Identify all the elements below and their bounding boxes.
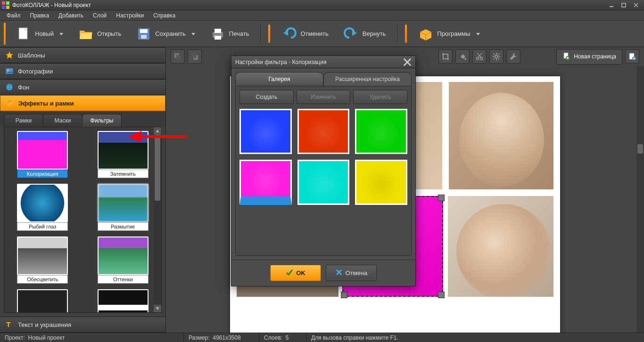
filter-hues[interactable]: Оттенки (89, 236, 158, 284)
preset-blue[interactable] (239, 109, 292, 154)
filters-scrollbar[interactable] (154, 127, 161, 312)
close-button[interactable] (630, 1, 642, 9)
svg-rect-12 (140, 29, 148, 33)
sidebar-item-effects[interactable]: Эффекты и рамки (0, 95, 165, 111)
dialog-tab-gallery[interactable]: Галерея (235, 72, 323, 86)
menu-settings[interactable]: Настройки (112, 11, 148, 20)
svg-point-41 (480, 57, 483, 60)
svg-line-49 (494, 54, 495, 55)
svg-point-40 (477, 57, 479, 60)
dialog-title-text: Настройки фильтра - Колоризация (235, 59, 326, 65)
canvas-scrollbar[interactable] (636, 66, 644, 333)
filter-darken[interactable]: Затемнить (89, 131, 158, 178)
svg-rect-5 (622, 3, 626, 7)
filter-blur[interactable]: Размытие (89, 184, 158, 231)
tool-wrench[interactable] (506, 49, 520, 64)
dialog-cancel-button[interactable]: Отмена (326, 265, 377, 281)
scroll-down-icon[interactable] (154, 305, 161, 312)
filters-panel: Колоризация Затемнить Рыбий глаз Размыти… (4, 127, 162, 313)
menu-add[interactable]: Добавить (55, 11, 87, 20)
sidebar-item-background[interactable]: Фон (0, 79, 165, 95)
tab-frames[interactable]: Рамки (4, 114, 43, 127)
preset-create-button[interactable]: Создать (239, 90, 294, 104)
check-icon (286, 269, 293, 277)
preset-cyan[interactable] (297, 160, 350, 205)
minimize-button[interactable] (605, 1, 618, 9)
menu-layer[interactable]: Слой (89, 11, 110, 20)
menu-help[interactable]: Справка (149, 11, 179, 20)
save-icon (136, 26, 151, 41)
svg-marker-22 (6, 52, 13, 59)
photo-slot-5[interactable] (448, 196, 553, 297)
text-icon: T (5, 320, 14, 329)
sidebar-item-text[interactable]: T Текст и украшения (0, 317, 165, 333)
tab-filters[interactable]: Фильтры (82, 114, 122, 127)
preset-delete-button[interactable]: Удалить (353, 90, 407, 104)
preset-magenta[interactable] (239, 160, 292, 205)
main-toolbar: Новый Открыть Сохранить Печать Отменить … (0, 21, 644, 47)
preset-yellow[interactable] (355, 160, 407, 205)
tool-crop[interactable] (438, 49, 453, 64)
photo-icon (5, 66, 14, 76)
menu-edit[interactable]: Правка (26, 11, 53, 20)
tool-send-back[interactable] (171, 49, 185, 64)
filter-fisheye[interactable]: Рыбий глаз (8, 184, 77, 231)
tool-cut[interactable] (472, 49, 487, 64)
status-project: Проект: Новый проект (0, 333, 184, 342)
tool-page-settings[interactable] (625, 49, 639, 64)
dialog-close-button[interactable] (403, 58, 412, 66)
svg-marker-32 (156, 130, 159, 132)
open-button[interactable]: Открыть (74, 23, 126, 45)
svg-line-50 (498, 58, 499, 59)
status-bar: Проект: Новый проект Размер: 4961x3508 С… (0, 333, 644, 342)
svg-point-24 (8, 70, 9, 71)
tool-settings[interactable] (489, 49, 504, 64)
svg-rect-1 (6, 1, 9, 5)
scroll-up-icon[interactable] (154, 127, 161, 135)
svg-point-59 (634, 58, 635, 59)
save-button[interactable]: Сохранить (132, 23, 200, 45)
undo-icon (281, 26, 297, 41)
scroll-thumb[interactable] (637, 144, 643, 154)
svg-rect-0 (2, 1, 5, 5)
undo-button[interactable]: Отменить (277, 23, 333, 45)
resize-handle[interactable] (438, 292, 445, 298)
menu-file[interactable]: Файл (3, 11, 25, 20)
filter-extra[interactable] (89, 289, 158, 313)
filter-colorize[interactable]: Колоризация (8, 131, 77, 178)
page-add-icon (562, 52, 570, 61)
sidebar-item-templates[interactable]: Шаблоны (0, 47, 165, 63)
preset-red[interactable] (297, 109, 350, 154)
new-page-button[interactable]: Новая страница (556, 49, 622, 65)
preset-green[interactable] (355, 109, 407, 154)
filter-desaturate[interactable]: Обесцветить (8, 236, 77, 284)
effects-subtabs: Рамки Маски Фильтры (0, 111, 165, 127)
scroll-thumb[interactable] (155, 135, 160, 201)
dialog-titlebar[interactable]: Настройки фильтра - Колоризация (231, 56, 415, 68)
dialog-tab-advanced[interactable]: Расширенная настройка (323, 72, 412, 86)
svg-line-52 (494, 58, 495, 59)
tool-bring-front[interactable] (188, 49, 202, 64)
redo-button[interactable]: Вернуть (339, 23, 391, 45)
status-layers: Слоев: 5 (259, 333, 306, 342)
programs-button[interactable]: Программы (413, 23, 484, 45)
tab-masks[interactable]: Маски (43, 114, 83, 127)
maximize-button[interactable] (618, 1, 630, 9)
new-button[interactable]: Новый (11, 23, 68, 45)
filter-extra[interactable] (8, 289, 77, 313)
sidebar-item-photos[interactable]: Фотографии (0, 63, 165, 79)
folder-open-icon (78, 26, 93, 41)
resize-handle[interactable] (438, 195, 445, 201)
resize-handle[interactable] (341, 292, 347, 298)
palette-icon (5, 98, 15, 108)
dialog-ok-button[interactable]: OK (270, 265, 321, 281)
preset-edit-button[interactable]: Изменить (297, 90, 351, 104)
status-size: Размер: 4961x3508 (184, 333, 259, 342)
app-icon (2, 1, 9, 9)
tool-fill[interactable] (455, 49, 470, 64)
svg-rect-3 (6, 6, 9, 9)
photo-slot-2[interactable] (449, 82, 553, 189)
svg-rect-16 (215, 29, 221, 33)
svg-point-30 (8, 100, 9, 101)
print-button[interactable]: Печать (206, 23, 254, 45)
